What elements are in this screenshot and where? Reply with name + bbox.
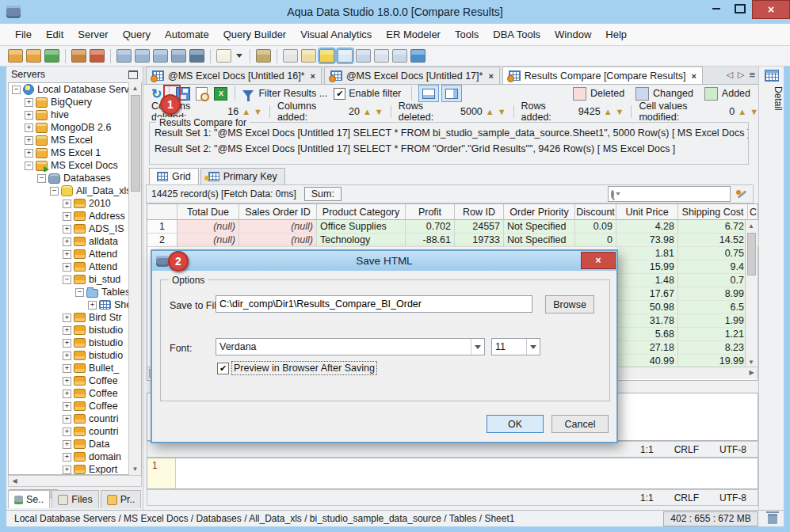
tab-close-icon[interactable]: × xyxy=(691,71,696,81)
toolbar-dropdown-caret-icon[interactable] xyxy=(236,54,242,58)
grid-cell-unit-price[interactable]: 5.68 xyxy=(616,328,678,341)
column-header-order-priority[interactable]: Order Priority xyxy=(504,204,575,220)
grid-cell[interactable]: 0.09 xyxy=(575,220,616,234)
results-form-icon[interactable] xyxy=(301,49,316,63)
split-vertical-button[interactable] xyxy=(441,85,462,102)
stat-next-icon[interactable]: ▼ xyxy=(375,108,384,116)
grid-cell[interactable]: 24557 xyxy=(455,220,504,234)
query-analyzer-icon[interactable] xyxy=(116,49,132,63)
grid-cell-shipping-cost[interactable]: 9.4 xyxy=(678,260,748,274)
tree-node-mongodb-2-6[interactable]: +MongoDB 2.6 xyxy=(9,121,141,134)
grid-cell[interactable]: 4.28 xyxy=(616,220,678,234)
collapse-icon[interactable]: − xyxy=(75,288,84,297)
tab-scroll-right-icon[interactable]: ▷ xyxy=(738,70,744,80)
tree-node-bullet[interactable]: +Bullet_ xyxy=(9,362,141,374)
expand-icon[interactable]: + xyxy=(63,314,71,322)
tree-node-ms-excel-1[interactable]: +MS Excel 1 xyxy=(9,146,141,159)
disconnect-all-icon[interactable] xyxy=(90,49,105,63)
tree-node-ms-excel-docs[interactable]: −MS Excel Docs xyxy=(9,159,141,172)
scroll-down-icon[interactable]: ▼ xyxy=(129,463,141,475)
collapse-icon[interactable]: − xyxy=(50,187,59,196)
column-header-unit-price[interactable]: Unit Price xyxy=(616,204,678,220)
grid-cell-shipping-cost[interactable]: 6.5 xyxy=(678,301,748,314)
tree-node-alldata[interactable]: +alldata xyxy=(9,235,141,248)
filter-results-button[interactable]: Filter Results ... xyxy=(258,88,327,99)
grid-cell[interactable]: 0.702 xyxy=(406,220,455,234)
expand-icon[interactable]: + xyxy=(25,124,33,132)
menu-er-modeler[interactable]: ER Modeler xyxy=(379,24,448,46)
dialog-close-button[interactable]: × xyxy=(581,252,616,269)
grid-cell[interactable]: Office Supplies xyxy=(317,220,406,234)
grid-cell-unit-price[interactable]: 50.98 xyxy=(616,301,678,314)
grid-cell[interactable]: 14.52 xyxy=(678,234,748,247)
expand-icon[interactable]: + xyxy=(63,440,71,449)
dialog-titlebar[interactable]: Save HTML × xyxy=(152,251,616,271)
panel-restore-icon[interactable] xyxy=(128,70,138,79)
expand-icon[interactable]: + xyxy=(63,212,71,221)
grid-cell[interactable]: (null) xyxy=(177,220,239,234)
tab-scroll-left-icon[interactable]: ◁ xyxy=(726,70,732,80)
font-size-combobox[interactable]: 11 xyxy=(491,338,540,355)
tree-horizontal-scrollbar[interactable]: ◀ ▶ xyxy=(8,475,142,487)
chart-view-icon[interactable] xyxy=(410,49,426,63)
column-header-profit[interactable]: Profit xyxy=(406,204,455,220)
combo-dropdown-icon[interactable] xyxy=(526,339,540,355)
export-excel-icon[interactable]: X xyxy=(214,87,227,101)
tree-node-attend[interactable]: +Attend xyxy=(9,248,141,260)
tree-node-bistudio[interactable]: +bistudio xyxy=(9,324,141,336)
tab-ms-excel-docs-untitled-17[interactable]: @MS Excel Docs [Untitled 17]*× xyxy=(324,66,500,84)
grid-cell-unit-price[interactable]: 15.99 xyxy=(616,260,678,274)
tab-close-icon[interactable]: × xyxy=(310,71,315,81)
grid-options-wrench-icon[interactable] xyxy=(735,188,748,200)
column-header-total-due[interactable]: Total Due xyxy=(177,204,239,220)
expand-icon[interactable]: + xyxy=(63,377,71,386)
statement-list-icon[interactable] xyxy=(374,49,389,63)
grid-cell[interactable]: Not Specified xyxy=(504,220,575,234)
expand-icon[interactable]: + xyxy=(63,263,71,272)
menu-query[interactable]: Query xyxy=(116,24,158,46)
scroll-thumb[interactable] xyxy=(131,95,140,192)
grid-cell-shipping-cost[interactable]: 1.21 xyxy=(678,328,748,341)
maximize-button[interactable] xyxy=(728,0,752,17)
menu-visual-analytics[interactable]: Visual Analytics xyxy=(293,24,379,46)
tree-node-ms-excel[interactable]: +MS Excel xyxy=(9,134,141,146)
menu-tools[interactable]: Tools xyxy=(448,24,486,46)
expand-icon[interactable]: + xyxy=(63,326,71,335)
tab-results-compare-compare-results[interactable]: Results Compare [Compare Results]× xyxy=(502,66,703,84)
scroll-right-icon[interactable]: ▶ xyxy=(746,367,758,379)
column-header-row-number[interactable] xyxy=(147,204,177,220)
collapse-icon[interactable]: − xyxy=(63,276,71,284)
compare-window-icon[interactable] xyxy=(171,49,186,63)
tree-node-bistudio[interactable]: +bistudio xyxy=(9,336,141,349)
grid-cell-shipping-cost[interactable]: 1.99 xyxy=(678,314,748,328)
expand-icon[interactable]: + xyxy=(63,225,71,234)
cancel-button[interactable]: Cancel xyxy=(551,415,609,433)
column-header-discount[interactable]: Discount xyxy=(575,204,616,220)
grid-cell-unit-price[interactable]: 27.18 xyxy=(616,341,678,355)
grid-cell-unit-price[interactable]: 31.78 xyxy=(616,314,678,328)
tree-node-countri[interactable]: +countri xyxy=(9,425,141,438)
stat-next-icon[interactable]: ▼ xyxy=(254,108,262,116)
tree-node-bird-str[interactable]: +Bird Str xyxy=(9,311,141,324)
grid-cell[interactable]: 0 xyxy=(575,234,616,247)
view-tab-primary-key[interactable]: Primary Key xyxy=(200,168,285,184)
stat-next-icon[interactable]: ▼ xyxy=(616,108,624,116)
grid-cell-shipping-cost[interactable]: 8.23 xyxy=(678,341,748,355)
scroll-thumb[interactable] xyxy=(747,233,756,276)
grid-cell-shipping-cost[interactable]: 0.7 xyxy=(678,274,748,287)
menu-window[interactable]: Window xyxy=(548,24,598,46)
grid-vertical-scrollbar[interactable]: ▲ ▼ xyxy=(745,220,757,368)
tab-close-icon[interactable]: × xyxy=(488,71,493,81)
grid-cell[interactable]: (null) xyxy=(177,234,239,247)
grid-cell[interactable]: Technology xyxy=(317,234,406,247)
tree-node-sheet1[interactable]: +Sheet1 xyxy=(9,298,141,311)
scroll-up-icon[interactable]: ▲ xyxy=(746,220,757,232)
menu-edit[interactable]: Edit xyxy=(39,24,71,46)
grid-cell-unit-price[interactable]: 1.81 xyxy=(616,247,678,260)
grid-cell[interactable]: (null) xyxy=(239,234,317,247)
tree-node-ads-is[interactable]: +ADS_IS xyxy=(9,222,141,235)
preview-icon[interactable] xyxy=(196,87,208,101)
refresh-icon[interactable]: ↻ xyxy=(151,86,162,101)
grid-cell[interactable]: Not Specified xyxy=(504,234,575,247)
expand-icon[interactable]: + xyxy=(63,352,71,360)
